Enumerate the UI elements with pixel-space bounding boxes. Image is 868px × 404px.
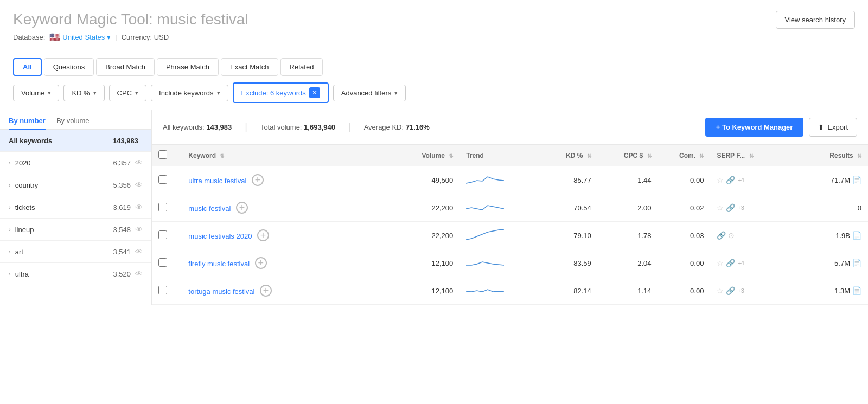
eye-icon[interactable]: 👁: [135, 247, 143, 256]
tab-by-number[interactable]: By number: [9, 117, 46, 130]
chevron-down-icon: ▾: [217, 89, 220, 97]
tab-broad-match[interactable]: Broad Match: [96, 58, 155, 76]
volume-cell: 12,100: [377, 249, 459, 277]
stat-all-keywords: All keywords: 143,983: [163, 123, 232, 131]
eye-icon[interactable]: 👁: [135, 158, 143, 167]
eye-icon[interactable]: 👁: [135, 270, 143, 278]
stat-avg-kd: Average KD: 71.16%: [364, 123, 430, 131]
volume-filter[interactable]: Volume ▾: [13, 85, 59, 101]
sort-icon: ⇅: [749, 153, 754, 159]
col-kd-label: KD %: [566, 152, 583, 159]
tab-all[interactable]: All: [13, 58, 42, 76]
add-to-list-button[interactable]: +: [236, 202, 248, 214]
header: Keyword Magic Tool: music festival View …: [0, 0, 868, 49]
sidebar-item-lineup[interactable]: › lineup 3,548 👁: [0, 219, 151, 241]
cpc-filter[interactable]: CPC ▾: [109, 85, 146, 101]
tab-related[interactable]: Related: [280, 58, 323, 76]
stat-total-volume-value: 1,693,940: [304, 123, 335, 131]
sidebar-item-count: 3,548: [113, 226, 131, 234]
sidebar-item-label: country: [15, 181, 113, 189]
sidebar-item-label: tickets: [15, 203, 113, 211]
trend-chart: [466, 172, 504, 188]
include-label: Include keywords: [159, 89, 213, 97]
chevron-right-icon: ›: [9, 248, 11, 255]
chevron-down-icon: ▾: [48, 89, 51, 97]
serp-cell: ☆🔗+4: [710, 249, 800, 277]
sidebar-item-art[interactable]: › art 3,541 👁: [0, 241, 151, 263]
col-header-keyword: Keyword ⇅: [182, 145, 377, 166]
results-cell: 71.7M📄: [800, 166, 868, 194]
keyword-manager-button[interactable]: + To Keyword Manager: [705, 118, 804, 137]
add-to-list-button[interactable]: +: [255, 257, 267, 269]
sidebar-item-ultra[interactable]: › ultra 3,520 👁: [0, 263, 151, 285]
sidebar-item-country[interactable]: › country 5,356 👁: [0, 174, 151, 196]
advanced-filters-button[interactable]: Advanced filters ▾: [333, 85, 406, 101]
sort-icon: ⇅: [587, 153, 591, 159]
clear-exclude-button[interactable]: ✕: [309, 87, 320, 98]
row-checkbox[interactable]: [158, 175, 167, 184]
kd-filter[interactable]: KD % ▾: [63, 85, 104, 101]
row-checkbox[interactable]: [158, 258, 167, 267]
volume-cell: 12,100: [377, 277, 459, 305]
col-com-label: Com.: [679, 152, 695, 159]
flag-icon: 🇺🇸: [49, 32, 60, 42]
serp-plus: +3: [737, 204, 744, 211]
col-header-volume: Volume ⇅: [377, 145, 459, 166]
col-trend-label: Trend: [466, 152, 484, 159]
com-cell: 0.03: [658, 222, 711, 249]
sidebar-item-label: art: [15, 248, 113, 256]
view-history-button[interactable]: View search history: [776, 11, 855, 29]
select-all-checkbox[interactable]: [158, 150, 167, 159]
col-serp-label: SERP F...: [717, 152, 745, 159]
link-icon: 🔗: [726, 203, 735, 212]
cpc-cell: 1.44: [598, 166, 658, 194]
document-icon: 📄: [852, 176, 861, 184]
star-icon: ☆: [717, 259, 724, 267]
database-value: United States: [62, 33, 105, 41]
export-button[interactable]: ⬆ Export: [809, 118, 857, 137]
table-row: music festival + 22,200 70.54 2.00 0.02 …: [152, 194, 868, 222]
sort-icon: ⇅: [699, 153, 704, 159]
tab-questions[interactable]: Questions: [44, 58, 94, 76]
row-checkbox[interactable]: [158, 286, 167, 294]
add-to-list-button[interactable]: +: [257, 229, 269, 241]
stat-avg-kd-value: 71.16%: [406, 123, 430, 131]
document-icon: 📄: [852, 286, 861, 295]
eye-icon[interactable]: 👁: [135, 181, 143, 189]
table-row: firefly music festival + 12,100 83.59 2.…: [152, 249, 868, 277]
keyword-link[interactable]: tortuga music festival: [188, 287, 254, 296]
sidebar-item-tickets[interactable]: › tickets 3,619 👁: [0, 196, 151, 219]
exclude-keywords-filter[interactable]: Exclude: 6 keywords ✕: [233, 82, 329, 103]
add-to-list-button[interactable]: +: [260, 285, 272, 297]
col-header-results: Results ⇅: [800, 145, 868, 166]
volume-cell: 22,200: [377, 222, 459, 249]
tab-exact-match[interactable]: Exact Match: [221, 58, 278, 76]
row-checkbox[interactable]: [158, 203, 167, 211]
com-cell: 0.00: [658, 166, 711, 194]
include-keywords-filter[interactable]: Include keywords ▾: [151, 85, 228, 101]
serp-icons-group: ☆🔗+4: [717, 259, 794, 267]
stats-bar: All keywords: 143,983 | Total volume: 1,…: [152, 110, 868, 145]
keyword-link[interactable]: ultra music festival: [188, 177, 246, 185]
row-checkbox-cell: [152, 277, 182, 305]
trend-cell: [459, 166, 530, 194]
eye-icon[interactable]: 👁: [135, 225, 143, 234]
kd-label: KD %: [72, 89, 90, 97]
keyword-link[interactable]: music festivals 2020: [188, 232, 252, 240]
sidebar-item-all-keywords[interactable]: All keywords 143,983: [0, 130, 151, 152]
keyword-link[interactable]: firefly music festival: [188, 260, 250, 268]
col-results-label: Results: [829, 152, 853, 159]
tab-phrase-match[interactable]: Phrase Match: [157, 58, 219, 76]
export-label: Export: [827, 123, 848, 131]
database-link[interactable]: 🇺🇸 United States ▾: [49, 32, 111, 42]
eye-icon[interactable]: 👁: [135, 203, 143, 211]
sidebar-item-2020[interactable]: › 2020 6,357 👁: [0, 152, 151, 174]
chevron-right-icon: ›: [9, 226, 11, 233]
tab-by-volume[interactable]: By volume: [56, 117, 90, 129]
results-cell: 0: [800, 194, 868, 222]
database-label: Database:: [13, 33, 45, 41]
keyword-link[interactable]: music festival: [188, 204, 231, 213]
row-checkbox[interactable]: [158, 230, 167, 239]
add-to-list-button[interactable]: +: [252, 174, 264, 186]
sidebar: By number By volume All keywords 143,983…: [0, 110, 152, 305]
